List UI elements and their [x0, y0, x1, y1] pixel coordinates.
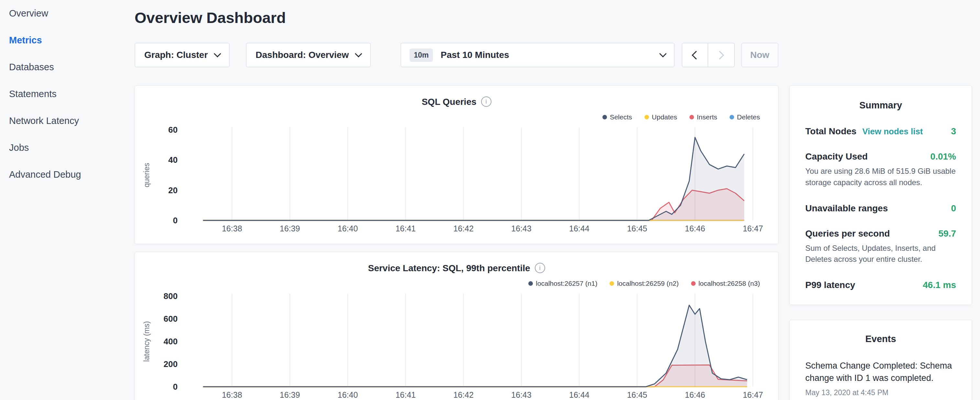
time-back-button[interactable] — [682, 43, 708, 67]
svg-text:16:39: 16:39 — [280, 224, 300, 233]
svg-text:16:42: 16:42 — [453, 224, 474, 233]
metric-label: Total Nodes — [805, 126, 856, 137]
svg-text:16:40: 16:40 — [338, 224, 358, 233]
svg-text:400: 400 — [164, 336, 178, 346]
info-icon[interactable] — [535, 263, 545, 273]
svg-text:16:47: 16:47 — [743, 224, 763, 233]
legend-item[interactable]: Selects — [603, 113, 632, 121]
service-latency-chart-panel: Service Latency: SQL, 99th percentile lo… — [135, 252, 778, 400]
event-text: Schema Change Completed: Schema change w… — [805, 360, 956, 384]
page-title: Overview Dashboard — [135, 9, 778, 27]
time-range-badge: 10m — [410, 49, 433, 62]
sidebar: Overview Metrics Databases Statements Ne… — [0, 0, 129, 188]
event-item: Schema Change Completed: Schema change w… — [805, 360, 956, 397]
summary-queries-per-second: Queries per second 59.7 Sum of Selects, … — [805, 228, 956, 265]
legend-item[interactable]: Inserts — [689, 113, 717, 121]
metric-label: Unavailable ranges — [805, 203, 888, 214]
sidebar-item-metrics[interactable]: Metrics — [9, 27, 129, 54]
events-title: Events — [805, 334, 956, 344]
metric-description: You are using 28.6 MiB of 515.9 GiB usab… — [805, 166, 956, 188]
summary-unavailable-ranges: Unavailable ranges 0 — [805, 203, 956, 214]
legend-dot-icon — [691, 281, 695, 286]
legend-dot-icon — [609, 281, 614, 286]
svg-text:16:38: 16:38 — [222, 390, 242, 399]
events-panel: Events Schema Change Completed: Schema c… — [789, 320, 972, 400]
time-range-label: Past 10 Minutes — [441, 50, 509, 60]
dashboard-dropdown[interactable]: Dashboard: Overview — [246, 43, 371, 67]
chart-legend: SelectsUpdatesInsertsDeletes — [135, 113, 778, 121]
time-window-arrows — [682, 43, 735, 67]
svg-text:0: 0 — [173, 215, 178, 225]
svg-text:0: 0 — [173, 382, 178, 392]
svg-text:40: 40 — [168, 155, 178, 165]
sidebar-item-jobs[interactable]: Jobs — [9, 134, 129, 161]
graph-scope-dropdown[interactable]: Graph: Cluster — [135, 43, 230, 67]
view-nodes-list-link[interactable]: View nodes list — [862, 126, 923, 137]
metric-value: 0.01% — [931, 151, 956, 162]
chart-title-text: Service Latency: SQL, 99th percentile — [368, 263, 530, 273]
legend-item[interactable]: localhost:26259 (n2) — [609, 280, 678, 287]
svg-text:16:38: 16:38 — [222, 224, 242, 233]
svg-text:16:44: 16:44 — [569, 224, 590, 233]
info-icon[interactable] — [481, 96, 492, 107]
chart-title: SQL Queries — [135, 96, 778, 108]
chevron-left-icon — [692, 51, 700, 59]
svg-text:16:43: 16:43 — [511, 390, 531, 399]
summary-capacity-used: Capacity Used 0.01% You are using 28.6 M… — [805, 151, 956, 188]
svg-text:16:45: 16:45 — [627, 390, 648, 399]
time-forward-button[interactable] — [708, 43, 735, 67]
sidebar-item-overview[interactable]: Overview — [9, 0, 129, 27]
svg-text:600: 600 — [164, 314, 178, 324]
legend-item[interactable]: localhost:26258 (n3) — [691, 280, 760, 287]
metric-value: 0 — [951, 203, 956, 214]
chart-title-text: SQL Queries — [422, 97, 476, 107]
svg-text:16:39: 16:39 — [280, 390, 300, 399]
now-button[interactable]: Now — [741, 43, 778, 67]
main-content: Overview Dashboard Graph: Cluster Dashbo… — [135, 0, 778, 400]
svg-text:16:42: 16:42 — [453, 390, 474, 399]
svg-text:16:43: 16:43 — [511, 224, 531, 233]
chart-canvas[interactable]: 16:3816:3916:4016:4116:4216:4316:4416:45… — [135, 123, 778, 235]
svg-text:20: 20 — [168, 185, 178, 195]
metric-label: P99 latency — [805, 280, 855, 290]
svg-text:16:44: 16:44 — [569, 390, 590, 399]
graph-scope-label: Graph: Cluster — [144, 50, 208, 60]
svg-text:200: 200 — [164, 359, 178, 369]
sql-queries-chart-panel: SQL Queries SelectsUpdatesInsertsDeletes… — [135, 85, 778, 244]
summary-p99-latency: P99 latency 46.1 ms — [805, 280, 956, 290]
summary-panel: Summary Total Nodes View nodes list 3 Ca… — [789, 85, 972, 305]
metric-value: 3 — [951, 126, 956, 137]
time-range-dropdown[interactable]: 10m Past 10 Minutes — [401, 43, 675, 67]
legend-dot-icon — [603, 115, 607, 120]
metric-label: Queries per second — [805, 228, 890, 239]
metric-label: Capacity Used — [805, 151, 868, 162]
svg-text:16:40: 16:40 — [338, 390, 358, 399]
svg-text:16:41: 16:41 — [395, 224, 416, 233]
svg-text:16:46: 16:46 — [685, 224, 705, 233]
svg-text:800: 800 — [164, 291, 178, 301]
sidebar-item-databases[interactable]: Databases — [9, 54, 129, 81]
svg-text:16:46: 16:46 — [685, 390, 705, 399]
legend-item[interactable]: Deletes — [730, 113, 760, 121]
sidebar-item-network-latency[interactable]: Network Latency — [9, 107, 129, 134]
summary-title: Summary — [805, 100, 956, 111]
sidebar-item-advanced-debug[interactable]: Advanced Debug — [9, 161, 129, 188]
legend-item[interactable]: localhost:26257 (n1) — [528, 280, 597, 287]
legend-item[interactable]: Updates — [644, 113, 677, 121]
sidebar-item-statements[interactable]: Statements — [9, 81, 129, 107]
metric-value: 46.1 ms — [923, 280, 956, 290]
metric-value: 59.7 — [939, 228, 956, 239]
svg-text:60: 60 — [168, 125, 178, 135]
right-sidebar: Summary Total Nodes View nodes list 3 Ca… — [789, 85, 972, 400]
chevron-down-icon — [355, 50, 362, 57]
svg-text:16:45: 16:45 — [627, 224, 648, 233]
svg-text:16:41: 16:41 — [395, 390, 416, 399]
legend-dot-icon — [730, 115, 734, 120]
metric-description: Sum of Selects, Updates, Inserts, and De… — [805, 243, 956, 265]
dashboard-label: Dashboard: Overview — [256, 50, 349, 60]
svg-text:latency (ms): latency (ms) — [142, 321, 151, 362]
chart-legend: localhost:26257 (n1)localhost:26259 (n2)… — [135, 279, 778, 288]
dashboard-controls: Graph: Cluster Dashboard: Overview 10m P… — [135, 43, 778, 67]
chart-canvas[interactable]: 16:3816:3916:4016:4116:4216:4316:4416:45… — [135, 290, 778, 400]
summary-total-nodes: Total Nodes View nodes list 3 — [805, 126, 956, 137]
